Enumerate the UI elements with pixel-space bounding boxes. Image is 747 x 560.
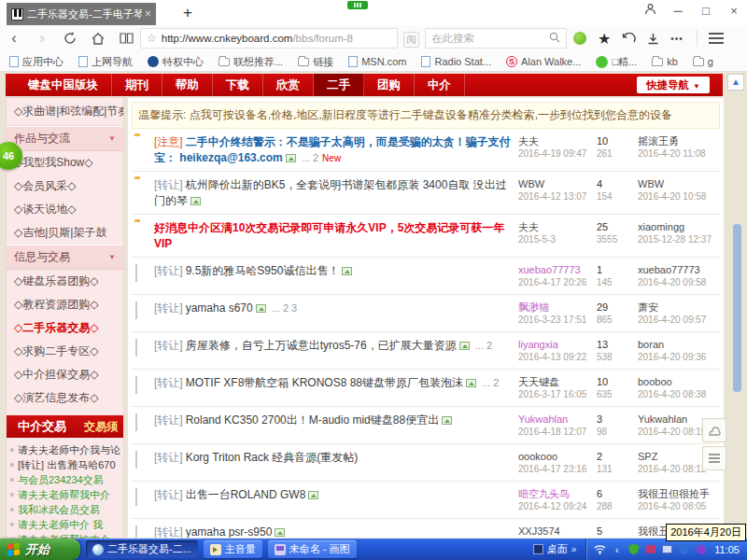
last-poster[interactable]: xuebao77773 — [638, 263, 720, 276]
thread-pages[interactable]: ... 2 — [475, 340, 492, 351]
thread-list-mode-button[interactable] — [702, 446, 726, 470]
download-icon[interactable] — [647, 33, 659, 45]
bookmark-item[interactable]: 上网导航 — [78, 55, 133, 69]
thread-title[interactable]: 出售一台ROLAND GW8 — [186, 488, 306, 501]
forward-icon[interactable]: › — [28, 29, 56, 48]
new-tab-button[interactable]: + — [183, 4, 192, 22]
sidebar-section-header[interactable]: 信息与交易▼ — [7, 245, 123, 270]
sidebar-thread-link[interactable]: [转让] 出售雅马哈670 — [10, 457, 121, 472]
tray-expand-icon[interactable]: ‹ — [611, 543, 623, 555]
network-status-icon[interactable] — [661, 543, 673, 555]
desktop-toolbar[interactable]: 桌面 » — [533, 542, 577, 556]
chevron-right-icon[interactable]: » — [571, 544, 577, 554]
scrollbar-thumb[interactable] — [733, 224, 741, 392]
sidebar-forum-link[interactable]: ◇会员风采◇ — [7, 175, 123, 198]
search-box[interactable] — [425, 28, 567, 49]
thread-title[interactable]: yamaha psr-s950 — [186, 525, 273, 539]
thread-title[interactable]: 9.5新的雅马哈S950诚信出售！ — [186, 264, 340, 277]
thread-title[interactable]: 杭州降价出新的BK5，全套说明书谱架包都原装 3400自取 没出过门的琴 — [154, 178, 507, 207]
home-icon[interactable] — [84, 33, 112, 45]
thread-tag[interactable]: [转让] — [154, 264, 183, 277]
bookmark-item[interactable]: 应用中心 — [9, 55, 63, 69]
maximize-button[interactable]: □ — [698, 4, 713, 18]
sidebar-forum-link[interactable]: ◇谈天说地◇ — [7, 198, 123, 221]
sidebar-forum-link[interactable]: ◇求购二手专区◇ — [7, 340, 123, 363]
reading-list-icon[interactable] — [112, 33, 140, 44]
extension-indicator-icon[interactable] — [347, 1, 368, 9]
forum-nav-item[interactable]: 键盘中国版块 — [15, 74, 112, 96]
quick-nav-button[interactable]: 快捷导航▼ — [637, 77, 710, 93]
thread-author[interactable]: 暗空九头鸟 — [518, 487, 597, 500]
bookmark-item[interactable]: □精... — [596, 55, 637, 69]
security-shield-icon[interactable] — [627, 543, 640, 555]
thread-author[interactable]: 夫夫 — [518, 220, 597, 233]
bookmark-item[interactable]: 特权中心 — [148, 55, 204, 69]
thread-author[interactable]: liyangxia — [518, 338, 597, 351]
bookmark-item[interactable]: 联想推荐... — [218, 55, 283, 69]
forum-nav-item[interactable]: 团购 — [364, 74, 415, 96]
reader-mode-icon[interactable]: 阅 — [403, 32, 419, 48]
thread-tag[interactable]: [注意] — [154, 135, 183, 148]
minimize-button[interactable]: ─ — [670, 4, 685, 18]
last-poster[interactable]: xiaomingg — [638, 220, 720, 233]
sidebar-forum-link[interactable]: ◇中介担保交易◇ — [7, 363, 123, 386]
wifi-icon[interactable] — [594, 543, 606, 555]
thread-pages[interactable]: ... 2 3 — [272, 302, 298, 314]
last-poster[interactable]: 摇滚王勇 — [638, 134, 720, 147]
forum-nav-item[interactable]: 帮助 — [162, 74, 213, 96]
sidebar-thread-link[interactable]: 请夫夫老师帮我中介 — [10, 487, 121, 502]
back-to-top-button[interactable] — [702, 418, 726, 442]
thread-author[interactable]: oookooo — [518, 450, 597, 463]
tab-close-icon[interactable]: × — [145, 7, 151, 21]
sidebar-forum-link[interactable]: ◇二手乐器交易◇ — [7, 316, 123, 340]
taskbar-task-button[interactable]: 二手乐器交易-二... — [86, 540, 198, 558]
more-actions-icon[interactable]: ••• — [670, 34, 684, 44]
device-icon[interactable] — [644, 543, 656, 555]
last-poster[interactable]: WBW — [638, 177, 720, 190]
thread-pages[interactable]: ... 2 — [482, 377, 499, 388]
sidebar-forum-link[interactable]: ◇求曲谱|和弦编配|节奏 — [7, 98, 123, 126]
history-icon[interactable] — [622, 33, 636, 44]
last-poster[interactable]: boran — [638, 338, 720, 351]
favorite-star-icon[interactable]: ☆ — [147, 32, 157, 45]
menu-icon[interactable] — [709, 33, 724, 44]
last-poster[interactable]: 我很丑但很抢手 — [638, 487, 720, 500]
search-input[interactable] — [431, 33, 549, 44]
taskbar-clock[interactable]: 11:05 — [714, 544, 740, 555]
bookmark-item[interactable]: MSN.com — [348, 56, 406, 67]
bookmark-item[interactable]: 链接 — [298, 55, 333, 69]
forum-nav-item[interactable]: 欣赏 — [263, 74, 314, 96]
thread-author[interactable]: 天天键盘 — [518, 375, 597, 388]
sidebar-thread-link[interactable]: 我和冰武会员交易 — [10, 502, 121, 517]
thread-tag[interactable]: [转让] — [154, 525, 183, 539]
thread-tag[interactable]: [转让] — [154, 413, 183, 427]
thread-tag[interactable]: [转让] — [154, 178, 183, 191]
thread-title[interactable]: MOTIF XF8带航空箱 KRONOS8 88键盘带原厂包装泡沫 — [186, 376, 463, 389]
taskbar-task-button[interactable]: 主音量 — [204, 540, 262, 558]
sidebar-banner[interactable]: 中介交易 交易须 — [7, 415, 123, 438]
forum-nav-item[interactable]: 中介 — [415, 74, 465, 96]
thread-tag[interactable]: [转让] — [154, 451, 183, 464]
sidebar-thread-link[interactable]: 与会员234234交易 — [10, 472, 121, 487]
thread-title[interactable]: yamaha s670 — [186, 301, 253, 315]
thread-tag[interactable]: [转让] — [154, 376, 183, 389]
thread-title[interactable]: 好消息中介区满10次交易记录即可申请永久VIP，5次交易记录可获一年VIP — [154, 221, 504, 250]
translate-icon[interactable] — [573, 32, 586, 45]
antivirus-shield-icon[interactable] — [678, 543, 690, 555]
search-icon[interactable] — [549, 30, 560, 47]
back-icon[interactable]: ‹ — [0, 29, 28, 48]
thread-tag[interactable]: [转让] — [154, 488, 183, 501]
sidebar-thread-link[interactable]: 请夫夫老师中介我与论 — [10, 442, 121, 457]
taskbar-task-button[interactable]: 未命名 - 画图 — [268, 540, 357, 558]
scrollbar-up-icon[interactable]: ▲ — [727, 74, 744, 91]
bookmark-item[interactable]: g — [693, 56, 713, 67]
close-button[interactable]: × — [726, 4, 741, 18]
thread-author[interactable]: 夫夫 — [518, 134, 597, 147]
thread-pages[interactable]: ... 2 — [302, 152, 318, 163]
start-button[interactable]: 开始 — [0, 539, 80, 560]
bookmark-item[interactable]: S Alan Walke... — [506, 56, 581, 67]
sidebar-forum-link[interactable]: ◇吉他|贝斯|架子鼓 — [7, 221, 123, 245]
reload-icon[interactable] — [56, 32, 84, 45]
bookmarks-icon[interactable]: ★ — [598, 30, 611, 48]
sidebar-forum-link[interactable]: ◇我型我Show◇ — [7, 151, 123, 175]
